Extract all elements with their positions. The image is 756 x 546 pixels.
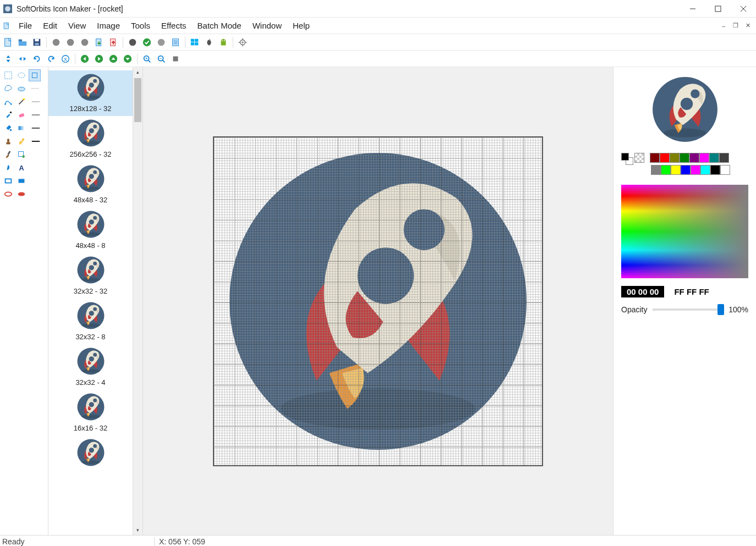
mdi-close-button[interactable]: ✕ bbox=[743, 21, 753, 31]
menu-help[interactable]: Help bbox=[287, 18, 315, 34]
circle-2-icon[interactable] bbox=[64, 36, 76, 48]
color-swatch[interactable] bbox=[680, 153, 689, 163]
rotate-cw-icon[interactable] bbox=[45, 53, 57, 65]
gear-icon[interactable] bbox=[237, 36, 249, 48]
gradient-tool[interactable] bbox=[15, 122, 28, 134]
bucket-tool[interactable] bbox=[2, 122, 14, 134]
blur-tool[interactable] bbox=[2, 162, 14, 174]
rect-fill-tool[interactable] bbox=[15, 175, 28, 187]
circle-3-icon[interactable] bbox=[79, 36, 91, 48]
color-swatch[interactable] bbox=[720, 165, 730, 175]
color-swatch[interactable] bbox=[689, 153, 699, 163]
menu-file[interactable]: File bbox=[13, 18, 37, 34]
color-swatch[interactable] bbox=[671, 165, 681, 175]
rect-outline-tool[interactable] bbox=[2, 175, 14, 187]
color-swatch[interactable] bbox=[719, 153, 729, 163]
size-item[interactable]: 32x32 - 8 bbox=[48, 299, 133, 344]
circle-1-icon[interactable] bbox=[50, 36, 62, 48]
circle-gray-icon[interactable] bbox=[155, 36, 167, 48]
color-swatch[interactable] bbox=[691, 165, 700, 175]
color-swatch[interactable] bbox=[651, 165, 661, 175]
circle-dark-icon[interactable] bbox=[127, 36, 139, 48]
eraser-tool[interactable] bbox=[15, 109, 28, 121]
zoom-in-icon[interactable] bbox=[141, 53, 153, 65]
check-circle-icon[interactable] bbox=[141, 36, 153, 48]
color-swatch[interactable] bbox=[670, 153, 680, 163]
color-swatch[interactable] bbox=[661, 165, 671, 175]
arrow-left-icon[interactable] bbox=[79, 53, 91, 65]
list-icon[interactable] bbox=[169, 36, 182, 48]
color-picker[interactable] bbox=[621, 185, 748, 278]
menu-tools[interactable]: Tools bbox=[125, 18, 156, 34]
curve-tool[interactable] bbox=[2, 96, 14, 108]
brush-tool[interactable] bbox=[2, 148, 14, 161]
flip-h-icon[interactable] bbox=[17, 53, 29, 65]
transparent-swatch[interactable] bbox=[634, 153, 644, 163]
pencil-tool[interactable] bbox=[15, 135, 28, 147]
mdi-restore-button[interactable]: ❐ bbox=[731, 21, 741, 31]
color-swatch[interactable] bbox=[681, 165, 691, 175]
import-icon[interactable] bbox=[93, 36, 105, 48]
arrow-right-icon[interactable] bbox=[93, 53, 105, 65]
canvas[interactable] bbox=[213, 136, 543, 466]
text-tool[interactable]: A bbox=[15, 162, 28, 174]
size-scrollbar[interactable]: ▴ ▾ bbox=[133, 67, 143, 535]
actual-size-icon[interactable] bbox=[169, 53, 182, 65]
select-rect-tool[interactable] bbox=[2, 69, 14, 81]
color-swatch[interactable] bbox=[709, 153, 719, 163]
lasso-tool[interactable] bbox=[2, 82, 14, 95]
menu-view[interactable]: View bbox=[63, 18, 91, 34]
wand-tool[interactable] bbox=[15, 96, 28, 108]
maximize-button[interactable] bbox=[705, 0, 731, 17]
ellipse-outline-tool[interactable] bbox=[2, 188, 14, 200]
menu-window[interactable]: Window bbox=[247, 18, 287, 34]
save-icon[interactable] bbox=[31, 36, 43, 48]
windows-icon[interactable] bbox=[189, 36, 201, 48]
android-icon[interactable] bbox=[217, 36, 229, 48]
line-dots[interactable] bbox=[29, 82, 43, 95]
opacity-slider[interactable] bbox=[653, 308, 723, 311]
arrow-down-icon[interactable] bbox=[122, 53, 134, 65]
color-swatch[interactable] bbox=[660, 153, 670, 163]
size-item[interactable]: 48x48 - 32 bbox=[48, 162, 133, 207]
arrow-up-icon[interactable] bbox=[107, 53, 119, 65]
mdi-minimize-button[interactable]: – bbox=[719, 21, 728, 31]
color-swatch[interactable] bbox=[710, 165, 720, 175]
zoom-out-icon[interactable] bbox=[155, 53, 167, 65]
line-thin[interactable] bbox=[29, 109, 43, 121]
menu-effects[interactable]: Effects bbox=[156, 18, 192, 34]
add-shape-tool[interactable] bbox=[15, 148, 28, 161]
fg-bg-swatch[interactable] bbox=[621, 153, 633, 165]
size-item[interactable]: 16x16 - 32 bbox=[48, 390, 133, 435]
line-solid[interactable] bbox=[29, 96, 43, 108]
menu-batch-mode[interactable]: Batch Mode bbox=[192, 18, 247, 34]
color-swatch[interactable] bbox=[650, 153, 660, 163]
size-item[interactable]: 256x256 - 32 bbox=[48, 116, 133, 162]
minimize-button[interactable] bbox=[680, 0, 705, 17]
menu-edit[interactable]: Edit bbox=[37, 18, 63, 34]
flip-v-icon[interactable] bbox=[2, 53, 14, 65]
open-icon[interactable] bbox=[17, 36, 29, 48]
crop-x-icon[interactable] bbox=[59, 53, 72, 65]
cloud-select-tool[interactable] bbox=[15, 82, 28, 95]
size-item[interactable]: 32x32 - 32 bbox=[48, 253, 133, 299]
new-icon[interactable] bbox=[2, 36, 14, 48]
select-ellipse-tool[interactable] bbox=[15, 69, 28, 81]
ellipse-fill-tool[interactable] bbox=[15, 188, 28, 200]
line-med[interactable] bbox=[29, 122, 43, 134]
apple-icon[interactable] bbox=[203, 36, 215, 48]
eyedropper-tool[interactable] bbox=[2, 109, 14, 121]
size-item[interactable]: 128x128 - 32 bbox=[48, 70, 133, 116]
size-item[interactable]: 48x48 - 8 bbox=[48, 207, 133, 253]
select-pixel-tool[interactable] bbox=[29, 69, 41, 81]
close-button[interactable] bbox=[731, 0, 756, 17]
export-icon[interactable] bbox=[107, 36, 119, 48]
color-swatch[interactable] bbox=[700, 165, 710, 175]
rotate-ccw-icon[interactable] bbox=[31, 53, 43, 65]
color-swatch[interactable] bbox=[699, 153, 709, 163]
menu-image[interactable]: Image bbox=[91, 18, 125, 34]
line-thick[interactable] bbox=[29, 135, 43, 147]
size-item[interactable]: 32x32 - 4 bbox=[48, 344, 133, 390]
stamp-tool[interactable] bbox=[2, 135, 14, 147]
size-item[interactable] bbox=[48, 435, 133, 473]
